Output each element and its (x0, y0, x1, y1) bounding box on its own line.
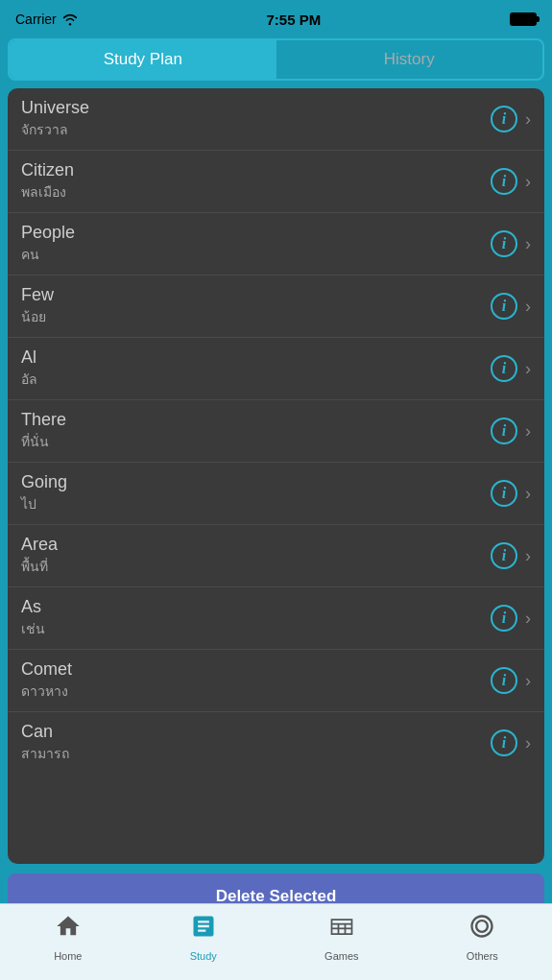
item-thai: จักรวาล (21, 119, 89, 140)
item-thai: คน (21, 244, 75, 265)
nav-others-label: Others (467, 950, 498, 962)
battery-icon (510, 12, 537, 26)
item-actions: i › (491, 168, 531, 195)
battery (510, 12, 537, 26)
item-actions: i › (491, 480, 531, 507)
item-actions: i › (491, 729, 531, 756)
nav-games-label: Games (324, 950, 358, 962)
item-actions: i › (491, 667, 531, 694)
bottom-navigation: Home Study Games Others (0, 903, 552, 980)
info-icon[interactable]: i (491, 106, 517, 132)
status-bar: Carrier 7:55 PM (0, 0, 552, 38)
study-icon (190, 913, 217, 946)
chevron-right-icon: › (525, 421, 531, 442)
info-icon[interactable]: i (491, 418, 517, 444)
nav-study[interactable]: Study (190, 913, 217, 962)
item-english: Few (21, 285, 54, 305)
status-time: 7:55 PM (267, 12, 322, 28)
item-english: Universe (21, 98, 89, 118)
chevron-right-icon: › (525, 234, 531, 254)
item-text: There ที่นั่น (21, 410, 66, 452)
item-thai: เช่น (21, 618, 45, 639)
nav-home-label: Home (54, 950, 82, 962)
list-item[interactable]: Universe จักรวาล i › (8, 88, 544, 151)
item-text: Area พื้นที่ (21, 535, 58, 577)
info-icon[interactable]: i (491, 355, 517, 382)
chevron-right-icon: › (525, 733, 531, 753)
item-thai: ดาวหาง (21, 681, 72, 702)
chevron-right-icon: › (525, 297, 531, 317)
list-item[interactable]: As เช่น i › (8, 587, 544, 650)
chevron-right-icon: › (525, 172, 531, 192)
item-english: Al (21, 347, 37, 368)
others-icon (468, 913, 495, 946)
info-icon[interactable]: i (491, 667, 517, 694)
chevron-right-icon: › (525, 609, 531, 629)
home-icon (55, 913, 82, 946)
item-actions: i › (491, 418, 531, 444)
nav-others[interactable]: Others (467, 913, 498, 962)
info-icon[interactable]: i (491, 293, 517, 320)
carrier-text: Carrier (15, 12, 57, 27)
tab-history[interactable]: History (276, 40, 543, 79)
item-thai: น้อย (21, 306, 54, 327)
chevron-right-icon: › (525, 546, 531, 566)
item-text: Citizen พลเมือง (21, 160, 74, 203)
carrier: Carrier (15, 12, 78, 27)
info-icon[interactable]: i (491, 480, 517, 507)
item-actions: i › (491, 106, 531, 132)
item-english: People (21, 223, 75, 243)
info-icon[interactable]: i (491, 605, 517, 632)
wifi-icon (62, 12, 78, 26)
list-item[interactable]: Going ไป i › (8, 463, 544, 525)
list-item[interactable]: Comet ดาวหาง i › (8, 650, 544, 712)
item-english: Citizen (21, 160, 74, 180)
item-actions: i › (491, 230, 531, 257)
item-english: Going (21, 472, 67, 492)
info-icon[interactable]: i (491, 230, 517, 257)
item-actions: i › (491, 355, 531, 382)
item-text: People คน (21, 223, 75, 265)
item-english: Comet (21, 659, 72, 680)
chevron-right-icon: › (525, 359, 531, 379)
list-item[interactable]: Al อัล i › (8, 338, 544, 400)
chevron-right-icon: › (525, 109, 531, 130)
nav-games[interactable]: Games (324, 913, 358, 962)
item-text: Al อัล (21, 347, 37, 390)
vocabulary-list: Universe จักรวาล i › Citizen พลเมือง i ›… (8, 88, 544, 864)
item-thai: พื้นที่ (21, 556, 58, 577)
info-icon[interactable]: i (491, 168, 517, 195)
item-actions: i › (491, 605, 531, 632)
games-icon (328, 913, 355, 946)
list-item[interactable]: There ที่นั่น i › (8, 400, 544, 463)
item-english: As (21, 597, 45, 617)
item-text: Comet ดาวหาง (21, 659, 72, 702)
chevron-right-icon: › (525, 671, 531, 691)
item-text: Few น้อย (21, 285, 54, 327)
item-english: There (21, 410, 66, 430)
item-actions: i › (491, 542, 531, 569)
item-text: As เช่น (21, 597, 45, 639)
item-thai: พลเมือง (21, 181, 74, 203)
list-item[interactable]: People คน i › (8, 213, 544, 275)
item-english: Can (21, 722, 69, 742)
item-english: Area (21, 535, 58, 555)
list-item[interactable]: Citizen พลเมือง i › (8, 151, 544, 213)
item-thai: ที่นั่น (21, 431, 66, 452)
list-item[interactable]: Few น้อย i › (8, 275, 544, 338)
list-item[interactable]: Can สามารถ i › (8, 712, 544, 774)
tab-bar: Study Plan History (8, 38, 544, 81)
nav-study-label: Study (190, 950, 217, 962)
item-text: Universe จักรวาล (21, 98, 89, 140)
item-thai: ไป (21, 493, 67, 514)
chevron-right-icon: › (525, 484, 531, 504)
nav-home[interactable]: Home (54, 913, 82, 962)
item-actions: i › (491, 293, 531, 320)
item-thai: อัล (21, 369, 37, 390)
info-icon[interactable]: i (491, 542, 517, 569)
tab-study-plan[interactable]: Study Plan (10, 40, 276, 79)
item-text: Can สามารถ (21, 722, 69, 764)
item-thai: สามารถ (21, 743, 69, 764)
info-icon[interactable]: i (491, 729, 517, 756)
list-item[interactable]: Area พื้นที่ i › (8, 525, 544, 587)
